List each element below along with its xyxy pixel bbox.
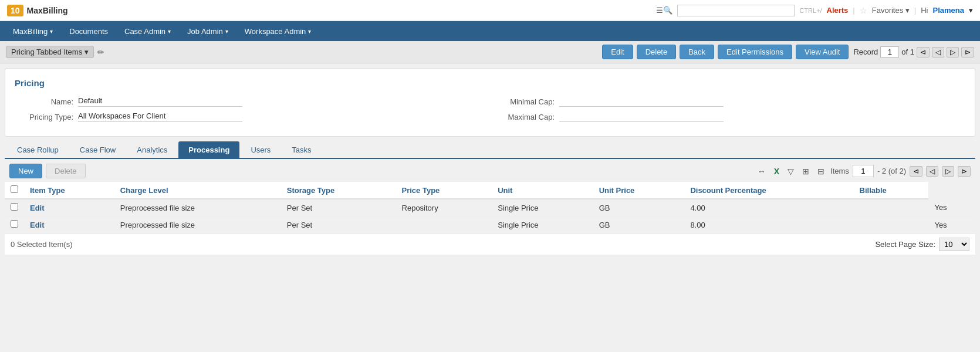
breadcrumb: Pricing Tabbed Items ▾ ✏ xyxy=(6,46,597,58)
top-bar: 10 MaxBilling ☰🔍 CTRL+/ Alerts | ☆ Favor… xyxy=(0,0,980,21)
page-size-select[interactable]: 10 25 50 100 xyxy=(939,238,969,251)
selected-count: 0 Selected Item(s) xyxy=(11,240,73,249)
minimal-cap-label: Minimal Cap: xyxy=(496,97,555,106)
filter-config-icon[interactable]: ⊞ xyxy=(800,165,812,177)
minimal-cap-row: Minimal Cap: xyxy=(496,96,965,107)
row-charge-level: Per Set xyxy=(281,199,396,216)
main-content: Pricing Name: Default Minimal Cap: Prici… xyxy=(5,68,975,137)
chevron-down-icon: ▾ xyxy=(308,28,311,35)
pricing-form: Name: Default Minimal Cap: Pricing Type:… xyxy=(15,96,965,122)
items-label: Items xyxy=(830,167,849,175)
table-first-btn[interactable]: ⊲ xyxy=(910,166,922,177)
table-row: Edit Preprocessed file size Per Set Repo… xyxy=(5,199,975,216)
edit-button[interactable]: Edit xyxy=(602,45,633,59)
table-last-btn[interactable]: ⊳ xyxy=(958,166,971,177)
arrows-icon[interactable]: ↔ xyxy=(755,165,768,177)
nav-item-documents[interactable]: Documents xyxy=(61,21,116,41)
row-billable: Yes xyxy=(928,216,975,233)
row-item-type: Preprocessed file size xyxy=(114,199,281,216)
row-unit: GB xyxy=(593,199,685,216)
maximal-cap-value xyxy=(559,111,724,122)
tab-case-flow[interactable]: Case Flow xyxy=(70,141,126,158)
tab-case-rollup[interactable]: Case Rollup xyxy=(7,141,69,158)
record-last-btn[interactable]: ⊳ xyxy=(961,47,974,57)
items-range: - 2 (of 2) xyxy=(877,167,906,175)
row-discount-percentage xyxy=(854,216,929,233)
search-icon: ☰🔍 xyxy=(656,6,673,15)
delete-row-button[interactable]: Delete xyxy=(46,164,86,178)
breadcrumb-select[interactable]: Pricing Tabbed Items ▾ xyxy=(6,46,94,58)
record-first-btn[interactable]: ⊲ xyxy=(917,47,930,57)
col-header-price-type: Price Type xyxy=(396,182,492,199)
new-button[interactable]: New xyxy=(9,164,42,178)
row-price-type: Single Price xyxy=(492,216,593,233)
row-checkbox[interactable] xyxy=(11,220,18,228)
edit-permissions-button[interactable]: Edit Permissions xyxy=(718,45,792,59)
hi-text: Hi xyxy=(921,6,928,15)
columns-icon[interactable]: ⊟ xyxy=(815,165,827,177)
action-bar: Pricing Tabbed Items ▾ ✏ Edit Delete Bac… xyxy=(0,41,980,63)
view-audit-button[interactable]: View Audit xyxy=(796,45,849,59)
row-unit-price: 8.00 xyxy=(684,216,853,233)
page-size-wrap: Select Page Size: 10 25 50 100 xyxy=(875,238,969,251)
username[interactable]: Plamena xyxy=(933,6,964,15)
search-icon-wrap: ☰🔍 xyxy=(656,6,673,15)
record-label: Record xyxy=(853,48,878,56)
record-input[interactable] xyxy=(880,46,899,57)
tab-tasks[interactable]: Tasks xyxy=(282,141,321,158)
search-input[interactable] xyxy=(677,5,795,16)
nav-item-workspace-admin[interactable]: Workspace Admin ▾ xyxy=(236,21,320,41)
back-button[interactable]: Back xyxy=(680,45,714,59)
star-icon[interactable]: ☆ xyxy=(860,6,867,15)
edit-breadcrumb-icon[interactable]: ✏ xyxy=(97,48,104,57)
nav-item-case-admin[interactable]: Case Admin ▾ xyxy=(116,21,179,41)
logo[interactable]: 10 xyxy=(7,5,23,16)
col-header-unit: Unit xyxy=(492,182,593,199)
record-prev-btn[interactable]: ◁ xyxy=(932,47,944,57)
favorites-btn[interactable]: Favorites ▾ xyxy=(872,6,910,15)
row-unit: GB xyxy=(593,216,685,233)
select-all-checkbox[interactable] xyxy=(11,185,18,193)
nav-item-job-admin[interactable]: Job Admin ▾ xyxy=(179,21,236,41)
chevron-down-icon: ▾ xyxy=(85,48,89,56)
tab-users[interactable]: Users xyxy=(241,141,281,158)
col-header-discount-percentage: Discount Percentage xyxy=(684,182,853,199)
record-nav: Record of 1 ⊲ ◁ ▷ ⊳ xyxy=(853,46,974,57)
row-checkbox[interactable] xyxy=(11,203,18,211)
footer-bar: 0 Selected Item(s) Select Page Size: 10 … xyxy=(5,233,975,255)
data-table: Item Type Charge Level Storage Type Pric… xyxy=(5,182,975,233)
maximal-cap-row: Maximal Cap: xyxy=(496,111,965,122)
table-next-btn[interactable]: ▷ xyxy=(942,166,954,177)
section-title: Pricing xyxy=(15,78,965,88)
col-header-unit-price: Unit Price xyxy=(593,182,685,199)
alerts-link[interactable]: Alerts xyxy=(827,6,849,15)
nav-item-maxbilling[interactable]: MaxBilling ▾ xyxy=(5,21,61,41)
action-buttons: Edit Delete Back Edit Permissions View A… xyxy=(602,45,849,59)
row-edit-link[interactable]: Edit xyxy=(30,204,45,212)
tab-analytics[interactable]: Analytics xyxy=(127,141,177,158)
chevron-down-icon: ▾ xyxy=(225,28,228,35)
row-unit-price: 4.00 xyxy=(684,199,853,216)
row-edit-link[interactable]: Edit xyxy=(30,221,45,229)
delete-button[interactable]: Delete xyxy=(637,45,677,59)
minimal-cap-value xyxy=(559,96,724,107)
row-price-type: Single Price xyxy=(492,199,593,216)
row-checkbox-cell xyxy=(5,216,24,233)
tab-processing[interactable]: Processing xyxy=(178,141,239,158)
pricing-type-label: Pricing Type: xyxy=(15,113,73,121)
filter-icon[interactable]: ▽ xyxy=(785,165,796,177)
table-prev-btn[interactable]: ◁ xyxy=(926,166,938,177)
row-charge-level: Per Set xyxy=(281,216,396,233)
record-next-btn[interactable]: ▷ xyxy=(947,47,959,57)
ctrl-hint: CTRL+/ xyxy=(799,7,822,14)
record-of-label: of 1 xyxy=(901,48,914,56)
tab-bar: Case Rollup Case Flow Analytics Processi… xyxy=(5,141,975,159)
row-discount-percentage xyxy=(854,199,929,216)
excel-export-icon[interactable]: X xyxy=(772,165,782,177)
row-storage-type: Repository xyxy=(396,199,492,216)
chevron-down-icon: ▾ xyxy=(168,28,171,35)
items-page-input[interactable] xyxy=(853,165,874,177)
maximal-cap-label: Maximal Cap: xyxy=(496,113,555,121)
select-all-header xyxy=(5,182,24,199)
chevron-down-icon: ▾ xyxy=(50,28,53,35)
